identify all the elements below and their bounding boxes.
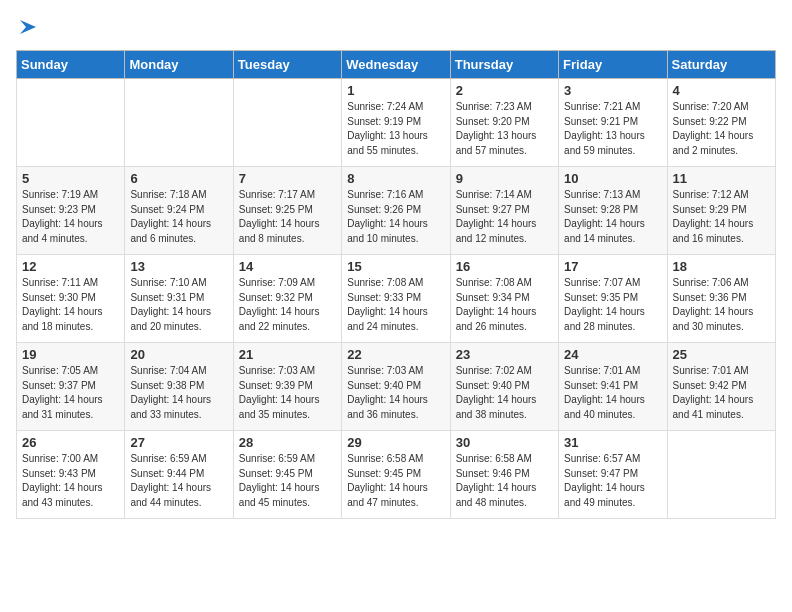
day-info: Sunrise: 7:07 AMSunset: 9:35 PMDaylight:… xyxy=(564,276,661,334)
day-number: 29 xyxy=(347,435,444,450)
day-cell: 3Sunrise: 7:21 AMSunset: 9:21 PMDaylight… xyxy=(559,79,667,167)
day-info: Sunrise: 7:04 AMSunset: 9:38 PMDaylight:… xyxy=(130,364,227,422)
day-cell xyxy=(233,79,341,167)
day-info: Sunrise: 7:05 AMSunset: 9:37 PMDaylight:… xyxy=(22,364,119,422)
week-row-4: 19Sunrise: 7:05 AMSunset: 9:37 PMDayligh… xyxy=(17,343,776,431)
day-info: Sunrise: 7:08 AMSunset: 9:34 PMDaylight:… xyxy=(456,276,553,334)
day-cell: 21Sunrise: 7:03 AMSunset: 9:39 PMDayligh… xyxy=(233,343,341,431)
day-info: Sunrise: 7:24 AMSunset: 9:19 PMDaylight:… xyxy=(347,100,444,158)
day-number: 12 xyxy=(22,259,119,274)
week-row-5: 26Sunrise: 7:00 AMSunset: 9:43 PMDayligh… xyxy=(17,431,776,519)
day-cell: 17Sunrise: 7:07 AMSunset: 9:35 PMDayligh… xyxy=(559,255,667,343)
day-info: Sunrise: 7:23 AMSunset: 9:20 PMDaylight:… xyxy=(456,100,553,158)
weekday-header-wednesday: Wednesday xyxy=(342,51,450,79)
day-cell: 8Sunrise: 7:16 AMSunset: 9:26 PMDaylight… xyxy=(342,167,450,255)
day-number: 18 xyxy=(673,259,770,274)
day-number: 7 xyxy=(239,171,336,186)
week-row-2: 5Sunrise: 7:19 AMSunset: 9:23 PMDaylight… xyxy=(17,167,776,255)
day-cell: 13Sunrise: 7:10 AMSunset: 9:31 PMDayligh… xyxy=(125,255,233,343)
day-cell: 10Sunrise: 7:13 AMSunset: 9:28 PMDayligh… xyxy=(559,167,667,255)
day-info: Sunrise: 6:59 AMSunset: 9:44 PMDaylight:… xyxy=(130,452,227,510)
week-row-1: 1Sunrise: 7:24 AMSunset: 9:19 PMDaylight… xyxy=(17,79,776,167)
day-number: 6 xyxy=(130,171,227,186)
week-row-3: 12Sunrise: 7:11 AMSunset: 9:30 PMDayligh… xyxy=(17,255,776,343)
day-cell: 2Sunrise: 7:23 AMSunset: 9:20 PMDaylight… xyxy=(450,79,558,167)
day-info: Sunrise: 7:01 AMSunset: 9:41 PMDaylight:… xyxy=(564,364,661,422)
day-cell: 28Sunrise: 6:59 AMSunset: 9:45 PMDayligh… xyxy=(233,431,341,519)
svg-marker-0 xyxy=(20,20,36,34)
day-cell: 12Sunrise: 7:11 AMSunset: 9:30 PMDayligh… xyxy=(17,255,125,343)
day-cell: 15Sunrise: 7:08 AMSunset: 9:33 PMDayligh… xyxy=(342,255,450,343)
day-number: 25 xyxy=(673,347,770,362)
day-info: Sunrise: 7:12 AMSunset: 9:29 PMDaylight:… xyxy=(673,188,770,246)
day-cell xyxy=(667,431,775,519)
day-cell: 11Sunrise: 7:12 AMSunset: 9:29 PMDayligh… xyxy=(667,167,775,255)
weekday-header-saturday: Saturday xyxy=(667,51,775,79)
day-cell: 16Sunrise: 7:08 AMSunset: 9:34 PMDayligh… xyxy=(450,255,558,343)
day-number: 10 xyxy=(564,171,661,186)
day-info: Sunrise: 7:10 AMSunset: 9:31 PMDaylight:… xyxy=(130,276,227,334)
day-info: Sunrise: 7:01 AMSunset: 9:42 PMDaylight:… xyxy=(673,364,770,422)
day-number: 1 xyxy=(347,83,444,98)
weekday-header-tuesday: Tuesday xyxy=(233,51,341,79)
day-number: 5 xyxy=(22,171,119,186)
calendar-header-row: SundayMondayTuesdayWednesdayThursdayFrid… xyxy=(17,51,776,79)
day-number: 31 xyxy=(564,435,661,450)
day-cell xyxy=(17,79,125,167)
weekday-header-sunday: Sunday xyxy=(17,51,125,79)
day-cell: 5Sunrise: 7:19 AMSunset: 9:23 PMDaylight… xyxy=(17,167,125,255)
day-info: Sunrise: 7:17 AMSunset: 9:25 PMDaylight:… xyxy=(239,188,336,246)
day-cell: 26Sunrise: 7:00 AMSunset: 9:43 PMDayligh… xyxy=(17,431,125,519)
day-info: Sunrise: 7:19 AMSunset: 9:23 PMDaylight:… xyxy=(22,188,119,246)
day-cell: 25Sunrise: 7:01 AMSunset: 9:42 PMDayligh… xyxy=(667,343,775,431)
day-info: Sunrise: 7:20 AMSunset: 9:22 PMDaylight:… xyxy=(673,100,770,158)
day-info: Sunrise: 6:58 AMSunset: 9:45 PMDaylight:… xyxy=(347,452,444,510)
day-info: Sunrise: 7:18 AMSunset: 9:24 PMDaylight:… xyxy=(130,188,227,246)
day-number: 14 xyxy=(239,259,336,274)
day-cell: 7Sunrise: 7:17 AMSunset: 9:25 PMDaylight… xyxy=(233,167,341,255)
day-info: Sunrise: 7:02 AMSunset: 9:40 PMDaylight:… xyxy=(456,364,553,422)
calendar-table: SundayMondayTuesdayWednesdayThursdayFrid… xyxy=(16,50,776,519)
day-cell: 19Sunrise: 7:05 AMSunset: 9:37 PMDayligh… xyxy=(17,343,125,431)
day-number: 23 xyxy=(456,347,553,362)
page-header xyxy=(16,16,776,38)
day-cell xyxy=(125,79,233,167)
weekday-header-thursday: Thursday xyxy=(450,51,558,79)
day-number: 19 xyxy=(22,347,119,362)
day-cell: 9Sunrise: 7:14 AMSunset: 9:27 PMDaylight… xyxy=(450,167,558,255)
day-info: Sunrise: 7:06 AMSunset: 9:36 PMDaylight:… xyxy=(673,276,770,334)
day-info: Sunrise: 7:16 AMSunset: 9:26 PMDaylight:… xyxy=(347,188,444,246)
day-cell: 30Sunrise: 6:58 AMSunset: 9:46 PMDayligh… xyxy=(450,431,558,519)
logo-arrow-icon xyxy=(18,16,40,38)
day-cell: 1Sunrise: 7:24 AMSunset: 9:19 PMDaylight… xyxy=(342,79,450,167)
day-number: 24 xyxy=(564,347,661,362)
day-info: Sunrise: 7:13 AMSunset: 9:28 PMDaylight:… xyxy=(564,188,661,246)
day-cell: 29Sunrise: 6:58 AMSunset: 9:45 PMDayligh… xyxy=(342,431,450,519)
day-number: 27 xyxy=(130,435,227,450)
day-number: 30 xyxy=(456,435,553,450)
day-number: 28 xyxy=(239,435,336,450)
day-number: 20 xyxy=(130,347,227,362)
day-number: 13 xyxy=(130,259,227,274)
day-info: Sunrise: 7:14 AMSunset: 9:27 PMDaylight:… xyxy=(456,188,553,246)
day-info: Sunrise: 7:03 AMSunset: 9:39 PMDaylight:… xyxy=(239,364,336,422)
day-info: Sunrise: 7:00 AMSunset: 9:43 PMDaylight:… xyxy=(22,452,119,510)
day-number: 2 xyxy=(456,83,553,98)
day-number: 26 xyxy=(22,435,119,450)
logo xyxy=(16,16,40,38)
day-cell: 14Sunrise: 7:09 AMSunset: 9:32 PMDayligh… xyxy=(233,255,341,343)
day-number: 9 xyxy=(456,171,553,186)
day-cell: 31Sunrise: 6:57 AMSunset: 9:47 PMDayligh… xyxy=(559,431,667,519)
day-info: Sunrise: 7:11 AMSunset: 9:30 PMDaylight:… xyxy=(22,276,119,334)
day-number: 21 xyxy=(239,347,336,362)
day-info: Sunrise: 7:21 AMSunset: 9:21 PMDaylight:… xyxy=(564,100,661,158)
day-number: 17 xyxy=(564,259,661,274)
day-cell: 4Sunrise: 7:20 AMSunset: 9:22 PMDaylight… xyxy=(667,79,775,167)
day-info: Sunrise: 7:03 AMSunset: 9:40 PMDaylight:… xyxy=(347,364,444,422)
day-info: Sunrise: 7:09 AMSunset: 9:32 PMDaylight:… xyxy=(239,276,336,334)
day-number: 16 xyxy=(456,259,553,274)
day-number: 4 xyxy=(673,83,770,98)
day-cell: 24Sunrise: 7:01 AMSunset: 9:41 PMDayligh… xyxy=(559,343,667,431)
day-number: 3 xyxy=(564,83,661,98)
day-number: 8 xyxy=(347,171,444,186)
